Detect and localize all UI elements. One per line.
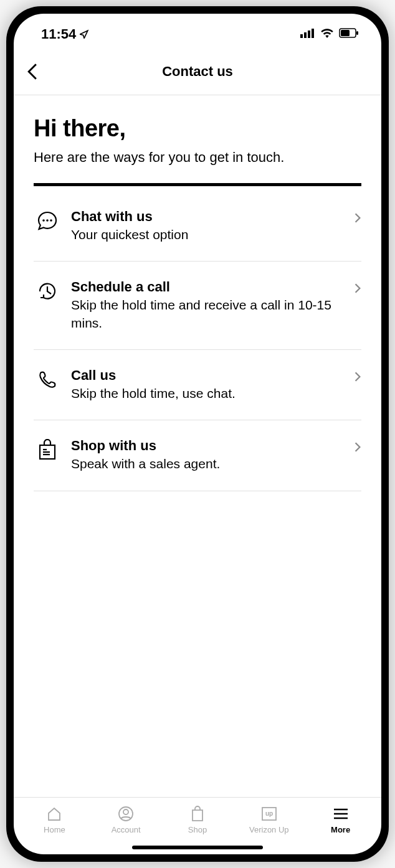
shop-icon [191,805,204,823]
option-title: Shop with us [71,438,344,454]
tab-account[interactable]: Account [90,805,162,834]
svg-point-8 [46,219,49,222]
clock-text: 11:54 [41,26,76,42]
verizon-up-icon: up [261,805,277,823]
chat-icon [34,209,61,232]
option-chat[interactable]: Chat with us Your quickest option [34,191,361,262]
option-desc: Speak with a sales agent. [71,455,344,473]
tab-more[interactable]: More [305,805,376,834]
chevron-right-icon [354,279,361,294]
option-title: Call us [71,367,344,384]
shopping-bag-icon [34,438,61,461]
phone-icon [34,367,61,391]
nav-header: Contact us [14,49,381,95]
tab-label: Home [44,825,65,834]
section-divider [34,183,361,186]
battery-icon [339,28,359,40]
tab-label: Account [112,825,141,834]
tab-label: Verizon Up [249,825,289,834]
svg-rect-2 [308,31,310,38]
tab-bar: Home Account [14,797,381,837]
phone-screen: 11:54 [14,14,381,854]
svg-rect-6 [356,31,358,35]
tab-verizon-up[interactable]: up Verizon Up [233,805,305,834]
option-shop-with-us[interactable]: Shop with us Speak with a sales agent. [34,420,361,491]
option-schedule-call[interactable]: Schedule a call Skip the hold time and r… [34,262,361,350]
svg-point-7 [42,219,45,222]
clock-callback-icon [34,279,61,303]
svg-rect-1 [304,32,307,38]
chevron-right-icon [354,367,361,382]
option-desc: Skip the hold time and receive a call in… [71,296,344,332]
home-icon [46,805,62,823]
status-time: 11:54 [41,26,90,42]
home-indicator[interactable] [132,846,263,849]
page-subtitle: Here are the ways for you to get in touc… [34,149,361,166]
chevron-right-icon [354,209,361,224]
svg-text:up: up [265,810,273,817]
account-icon [118,805,134,823]
svg-rect-16 [193,810,202,821]
chevron-right-icon [354,438,361,453]
svg-point-15 [123,809,128,814]
tab-shop[interactable]: Shop [162,805,234,834]
status-bar: 11:54 [14,14,381,49]
svg-rect-0 [300,34,303,38]
option-title: Chat with us [71,209,344,225]
wifi-icon [320,28,334,40]
location-icon [80,26,90,42]
status-icons [300,28,359,40]
page-title: Hi there, [34,115,361,142]
svg-point-9 [50,219,52,222]
page-header-title: Contact us [26,64,369,80]
phone-frame: 11:54 [6,6,389,862]
svg-rect-3 [312,29,314,38]
content-area: Hi there, Here are the ways for you to g… [14,95,381,797]
menu-icon [333,805,349,823]
option-desc: Skip the hold time, use chat. [71,385,344,402]
option-desc: Your quickest option [71,226,344,243]
option-call-us[interactable]: Call us Skip the hold time, use chat. [34,350,361,420]
svg-rect-5 [341,30,350,36]
tab-home[interactable]: Home [19,805,90,834]
tab-label: Shop [188,825,207,834]
tab-label: More [331,825,350,834]
cellular-icon [300,28,315,40]
option-title: Schedule a call [71,279,344,295]
back-button[interactable] [26,63,39,80]
